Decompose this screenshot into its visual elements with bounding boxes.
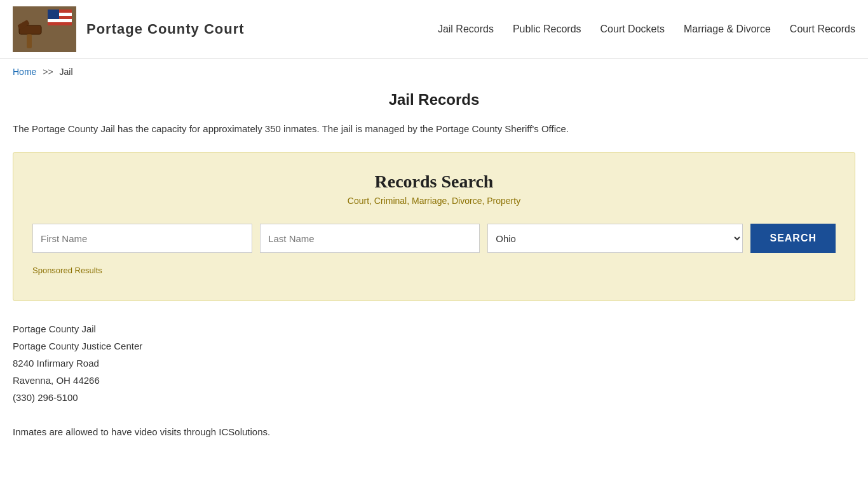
page-description: The Portage County Jail has the capacity… xyxy=(13,121,855,137)
site-logo xyxy=(13,6,76,52)
search-subtitle: Court, Criminal, Marriage, Divorce, Prop… xyxy=(32,196,836,206)
info-line-5: (330) 296-5100 xyxy=(13,389,855,406)
nav-jail-records[interactable]: Jail Records xyxy=(438,24,494,35)
nav-court-records[interactable]: Court Records xyxy=(790,24,855,35)
svg-rect-6 xyxy=(48,10,59,19)
search-box: Records Search Court, Criminal, Marriage… xyxy=(13,152,855,301)
header-brand: Portage County Court xyxy=(13,6,245,52)
svg-rect-4 xyxy=(48,19,72,22)
page-title: Jail Records xyxy=(13,91,855,109)
sponsored-label: Sponsored Results xyxy=(32,266,836,275)
info-line-4: Ravenna, OH 44266 xyxy=(13,372,855,389)
info-line-7: Inmates are allowed to have video visits… xyxy=(13,423,855,440)
info-line-1: Portage County Jail xyxy=(13,320,855,337)
info-line-3: 8240 Infirmary Road xyxy=(13,355,855,372)
search-title: Records Search xyxy=(32,172,836,192)
info-line-2: Portage County Justice Center xyxy=(13,337,855,355)
nav-public-records[interactable]: Public Records xyxy=(513,24,581,35)
nav-court-dockets[interactable]: Court Dockets xyxy=(600,24,665,35)
main-content: Jail Records The Portage County Jail has… xyxy=(0,85,868,472)
logo-svg xyxy=(13,6,76,52)
last-name-input[interactable] xyxy=(260,224,480,253)
search-button[interactable]: SEARCH xyxy=(750,224,836,253)
nav-marriage-divorce[interactable]: Marriage & Divorce xyxy=(684,24,771,35)
breadcrumb-current: Jail xyxy=(60,67,73,77)
site-header: Portage County Court Jail Records Public… xyxy=(0,0,868,59)
breadcrumb-separator: >> xyxy=(43,67,53,77)
info-section: Portage County Jail Portage County Justi… xyxy=(13,320,855,440)
first-name-input[interactable] xyxy=(32,224,252,253)
svg-rect-8 xyxy=(27,34,32,48)
main-nav: Jail Records Public Records Court Docket… xyxy=(438,24,855,35)
search-form: Ohio Alabama Alaska Arizona Arkansas Cal… xyxy=(32,224,836,253)
state-select[interactable]: Ohio Alabama Alaska Arizona Arkansas Cal… xyxy=(487,224,743,253)
breadcrumb: Home >> Jail xyxy=(0,59,868,85)
svg-rect-5 xyxy=(48,22,72,25)
logo-image xyxy=(13,6,76,52)
breadcrumb-home[interactable]: Home xyxy=(13,67,36,77)
site-title: Portage County Court xyxy=(86,21,245,37)
